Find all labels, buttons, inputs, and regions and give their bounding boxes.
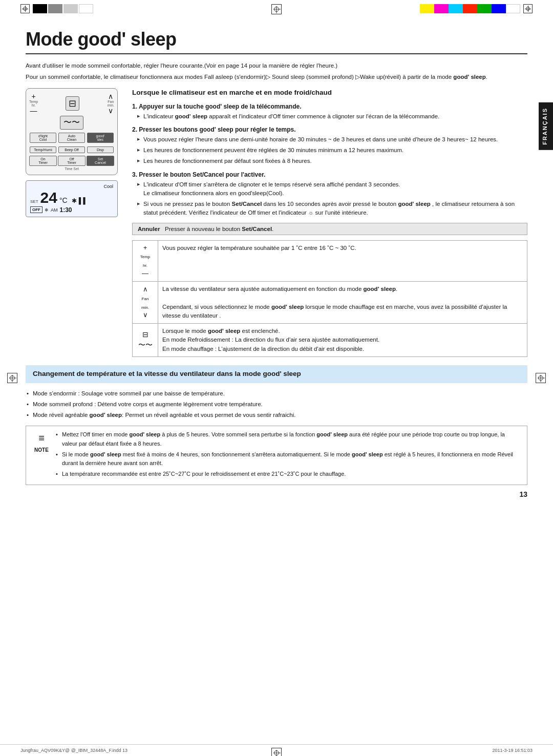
color-block-blue [492,4,506,13]
info-icon-temp: +Temphr.— [133,240,158,282]
step-3-title: 3. Presser le bouton Set/Cancel pour l'a… [132,171,527,178]
note-bullet-2: Si le mode good' sleep mest fixé à moins… [56,450,521,468]
reg-mark-left-mid [7,373,17,383]
bottom-bar: Jungfrau_AQV09K&Y@ @_IBIM_32448A_F.indd … [0,744,553,756]
color-block-cyan [449,4,463,13]
main-content: Mode good' sleep Avant d'utiliser le mod… [0,18,553,512]
francais-sidebar: FRANÇAIS [539,102,553,150]
note-inner: ≡ NOTE Mettez l'Off timer en mode good' … [32,430,521,480]
display-cool-label: Cool [30,184,113,189]
info-row-temp: +Temphr.— Vous pouvez régler la températ… [133,240,527,282]
annuler-label: Annuler [138,226,160,232]
display-am-label: AM [51,207,58,213]
bottom-bullet-2: Mode sommeil profond : Détend votre corp… [26,400,527,409]
color-blocks-right [420,4,520,13]
note-bullet-3: La température recommandée est entre 25˚… [56,470,521,478]
reg-mark-tr [523,4,533,13]
step-2-bullet-3: Les heures de fonctionnement par défaut … [137,157,527,165]
rc-beep-off: Beep Off [58,145,86,154]
step-2-bullets: Vous pouvez régler l'heure dans une demi… [132,135,527,166]
color-block-gray [48,4,62,13]
two-column-layout: + Temp hr. — ⊟ ∧ Fan min. ∨ 〜〜 [26,88,527,357]
info-text-direction: Lorsque le mode good' sleep est enclench… [158,324,527,357]
info-table: +Temphr.— Vous pouvez régler la températ… [132,240,527,357]
display-unit: °C [59,196,68,204]
color-block-lightgray [63,4,78,13]
step-3-bullet-2: Si vous ne pressez pas le bouton Set/Can… [137,200,527,218]
footer-left: Jungfrau_AQV09K&Y@ @_IBIM_32448A_F.indd … [20,748,127,753]
display-bottom-row: OFF ❄ AM 1:30 [30,206,113,214]
step-2-title: 2. Presser les boutons good' sleep pour … [132,126,527,133]
color-block-yellow [420,4,434,13]
reg-mark-top-center [271,4,282,14]
info-text-fan: La vitesse du ventilateur sera ajustée a… [158,282,527,324]
rc-timer-row: OnTimer OffTimer SetCancel [29,156,114,166]
rc-button-grid-1: d'lightCool AutoClean good'slec [29,132,114,144]
step-3-bullets: L'indicateur d'Off timer s'arrêtera de c… [132,180,527,218]
step-1-title: 1. Appuyer sur la touche good' sleep de … [132,103,527,110]
step-3: 3. Presser le bouton Set/Cancel pour l'a… [132,171,527,218]
info-icon-direction: ⊟〜〜 [133,324,158,357]
step-2-bullet-2: Les heures de fonctionnement peuvent êtr… [137,146,527,155]
remote-control: + Temp hr. — ⊟ ∧ Fan min. ∨ 〜〜 [26,88,118,175]
display-panel: Cool SET 24 °C ✱▐▐ OFF ❄ AM 1:30 [26,180,118,217]
footer-right: 2011-3-19 16:51:03 [492,748,533,753]
rc-temp-humi: Temp/Humi [29,145,57,154]
display-icons: ✱▐▐ [72,197,86,204]
note-bullet-1: Mettez l'Off timer en mode good' sleep à… [56,430,521,448]
reg-mark-bottom-center [271,748,282,756]
rc-button-grid-2: Temp/Humi Beep Off Disp [29,145,114,154]
rc-disp: Disp [87,145,114,154]
display-time: 1:30 [60,206,72,214]
bottom-bullet-3: Mode réveil agréable good' sleep: Permet… [26,411,527,419]
top-bar [0,0,553,18]
note-label-text: NOTE [34,447,49,453]
note-content: Mettez l'Off timer en mode good' sleep à… [56,430,521,480]
rc-good-sleep: good'slec [87,132,114,144]
step-1-bullet-1: L'indicateur good' sleep apparaît et l'i… [137,112,527,121]
intro-line1: Avant d'utiliser le mode sommeil confort… [26,61,527,71]
color-block-white2 [506,4,520,13]
color-block-magenta [434,4,449,13]
note-label-icon: ≡ NOTE [32,430,51,480]
step-2: 2. Presser les boutons good' sleep pour … [132,126,527,166]
info-row-fan: ∧Fanmin.∨ La vitesse du ventilateur sera… [133,282,527,324]
info-text-temp: Vous pouvez régler la température souhai… [158,240,527,282]
left-column: + Temp hr. — ⊟ ∧ Fan min. ∨ 〜〜 [26,88,123,357]
rc-auto-clean: AutoClean [58,132,86,144]
bottom-bullet-1: Mode s'endormir : Soulage votre sommeil … [26,389,527,398]
highlight-box: Changement de température et la vitesse … [26,365,527,383]
rc-dlight: d'lightCool [29,132,57,144]
intro-line2: Pour un sommeil confortable, le climatis… [26,73,527,82]
right-column: Lorsque le climatiseur est en marche et … [132,88,527,357]
info-icon-fan: ∧Fanmin.∨ [133,282,158,324]
color-block-red [463,4,477,13]
section-heading: Lorsque le climatiseur est en marche et … [132,88,527,98]
display-temp-row: SET 24 °C ✱▐▐ [30,190,113,205]
annuler-box: Annuler Presser à nouveau le bouton Set/… [132,223,527,235]
info-row-direction: ⊟〜〜 Lorsque le mode good' sleep est encl… [133,324,527,357]
display-off-label: OFF [30,206,42,213]
step-1-bullets: L'indicateur good' sleep apparaît et l'i… [132,112,527,121]
reg-mark-tl [20,4,30,13]
step-1: 1. Appuyer sur la touche good' sleep de … [132,103,527,121]
step-2-bullet-1: Vous pouvez régler l'heure dans une demi… [137,135,527,144]
page-title: Mode good' sleep [26,29,527,54]
display-snowflake: ❄ [45,207,49,213]
note-box: ≡ NOTE Mettez l'Off timer en mode good' … [26,426,527,485]
display-temperature: 24 [40,190,57,205]
color-block-black [33,4,47,13]
rc-timeset-label: Time Set [29,167,114,171]
color-block-green [477,4,492,13]
step-3-bullet-1: L'indicateur d'Off timer s'arrêtera de c… [137,180,527,198]
page-number: 13 [26,490,527,498]
reg-mark-right-mid [536,373,546,383]
color-block-white [79,4,93,13]
display-set-label: SET [30,199,38,204]
color-blocks-left [33,4,93,13]
bottom-bullets: Mode s'endormir : Soulage votre sommeil … [26,389,527,420]
